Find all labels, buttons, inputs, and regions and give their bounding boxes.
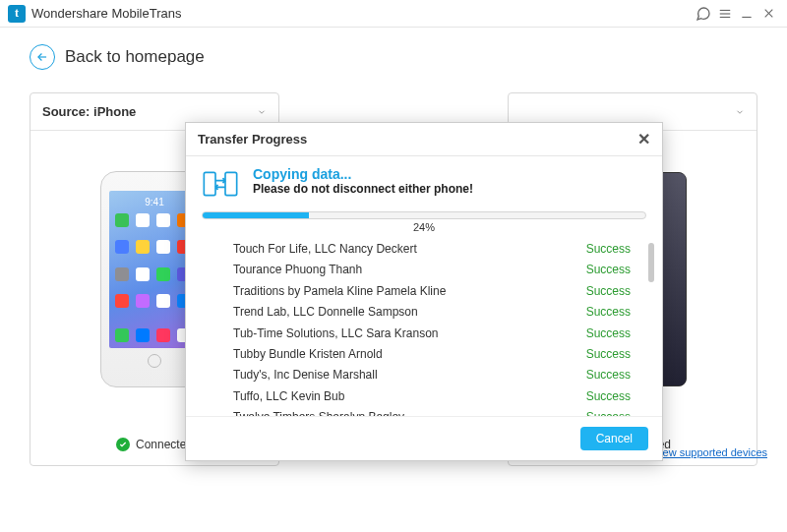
back-row: Back to homepage — [30, 37, 757, 77]
dialog-subheading: Please do not disconnect either phone! — [253, 182, 473, 196]
close-icon[interactable] — [757, 3, 779, 25]
check-icon — [116, 438, 130, 451]
transfer-log-list: Touch For Life, LLC Nancy DeckertSuccess… — [192, 239, 656, 416]
feedback-icon[interactable] — [693, 3, 714, 25]
dialog-title: Transfer Progress — [198, 132, 307, 147]
svg-rect-10 — [225, 172, 237, 195]
log-item-name: Trend Lab, LLC Donnelle Sampson — [233, 304, 418, 321]
log-item: Tub-Time Solutions, LLC Sara KransonSucc… — [192, 324, 656, 344]
log-item-name: Tuffo, LLC Kevin Bub — [233, 388, 344, 405]
log-item-status: Success — [586, 304, 638, 321]
footer-link: View supported devices — [653, 446, 767, 458]
log-item-name: Touch For Life, LLC Nancy Deckert — [233, 241, 417, 258]
app-title: Wondershare MobileTrans — [31, 6, 181, 21]
log-item-status: Success — [586, 346, 638, 363]
menu-icon[interactable] — [714, 3, 736, 25]
log-item-status: Success — [586, 241, 638, 258]
back-label: Back to homepage — [65, 47, 205, 67]
log-item-status: Success — [586, 325, 638, 342]
back-button[interactable] — [30, 44, 55, 70]
log-item-status: Success — [586, 367, 638, 384]
progress-bar — [202, 211, 646, 219]
cancel-button[interactable]: Cancel — [580, 427, 648, 450]
log-item-name: Tubby Bundle Kristen Arnold — [233, 346, 383, 363]
chevron-down-icon[interactable] — [735, 107, 745, 117]
log-item-name: Tudy's, Inc Denise Marshall — [233, 367, 378, 384]
svg-rect-9 — [204, 172, 215, 195]
scrollbar-thumb[interactable] — [648, 243, 654, 282]
log-item: Trend Lab, LLC Donnelle SampsonSuccess — [192, 302, 656, 323]
dialog-heading: Copying data... — [253, 166, 473, 182]
dialog-close-icon[interactable]: ✕ — [637, 130, 650, 148]
log-item: Traditions by Pamela Kline Pamela KlineS… — [192, 281, 656, 302]
log-item-status: Success — [586, 262, 638, 278]
log-item-status: Success — [586, 388, 638, 405]
log-item-name: Twelve Timbers Sheralyn Bagley — [233, 409, 404, 416]
app-logo-icon: t — [8, 5, 26, 23]
log-item-name: Tourance Phuong Thanh — [233, 262, 362, 278]
progress-percent: 24% — [202, 221, 646, 233]
log-item-status: Success — [586, 283, 638, 300]
log-item: Tourance Phuong ThanhSuccess — [192, 260, 656, 280]
minimize-icon[interactable] — [736, 3, 757, 25]
title-bar: t Wondershare MobileTrans — [0, 0, 787, 28]
transfer-phones-icon — [200, 166, 241, 202]
log-item: Tubby Bundle Kristen ArnoldSuccess — [192, 344, 656, 365]
view-supported-devices-link[interactable]: View supported devices — [653, 446, 767, 458]
transfer-progress-dialog: Transfer Progress ✕ Copying data... Plea… — [185, 122, 663, 461]
log-item: Touch For Life, LLC Nancy DeckertSuccess — [192, 239, 656, 260]
log-item: Tuffo, LLC Kevin BubSuccess — [192, 386, 656, 407]
log-item: Twelve Timbers Sheralyn BagleySuccess — [192, 407, 656, 416]
log-item-name: Tub-Time Solutions, LLC Sara Kranson — [233, 325, 439, 342]
log-item-name: Traditions by Pamela Kline Pamela Kline — [233, 283, 446, 300]
chevron-down-icon[interactable] — [257, 107, 267, 117]
log-item-status: Success — [586, 409, 638, 416]
log-item: Tudy's, Inc Denise MarshallSuccess — [192, 365, 656, 385]
